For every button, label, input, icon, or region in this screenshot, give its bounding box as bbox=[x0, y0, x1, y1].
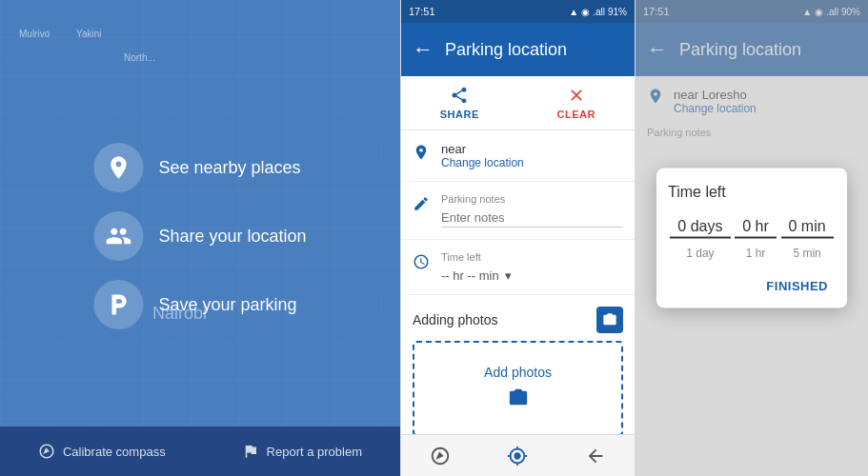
nav-compass-icon bbox=[430, 446, 451, 466]
hours-label: 1 hr bbox=[746, 247, 766, 260]
report-label: Report a problem bbox=[267, 445, 362, 459]
share-button-panel2[interactable]: SHARE bbox=[401, 76, 518, 129]
time-placeholder: -- hr -- min bbox=[441, 268, 499, 283]
change-location-link[interactable]: Change location bbox=[441, 156, 623, 169]
compass-icon bbox=[38, 443, 55, 460]
time-selector[interactable]: -- hr -- min ▾ bbox=[441, 268, 623, 283]
map-label-mulrivo: Mulrivo bbox=[19, 29, 50, 39]
status-bar-panel2: 17:51 ▲ ◉ .all 91% bbox=[401, 0, 635, 23]
status-time-panel2: 17:51 bbox=[409, 6, 435, 17]
panel2-title: Parking location bbox=[445, 40, 567, 60]
status-icons-panel2: ▲ ◉ .all 91% bbox=[569, 7, 627, 17]
panel2-bottom-nav bbox=[401, 434, 635, 476]
add-photos-label: Add photos bbox=[484, 365, 552, 380]
days-value[interactable]: 0 days bbox=[670, 216, 730, 239]
time-form-row: Time left -- hr -- min ▾ bbox=[401, 240, 635, 295]
clear-label: CLEAR bbox=[557, 109, 595, 120]
time-left-dialog: Time left 0 days 1 day 0 hr 1 hr 0 min 5… bbox=[656, 169, 847, 308]
share-person-icon bbox=[105, 223, 131, 249]
clear-x-icon bbox=[567, 86, 586, 105]
location-form-row: near Change location bbox=[401, 130, 635, 182]
report-problem-btn[interactable]: Report a problem bbox=[242, 443, 362, 460]
notes-content: Parking notes bbox=[441, 193, 623, 228]
map-actions-container: See nearby places Share your location Sa… bbox=[93, 143, 306, 329]
panel2-content: near Change location Parking notes bbox=[401, 130, 635, 434]
nearby-places-action[interactable]: See nearby places bbox=[93, 143, 300, 192]
map-label-yakini: Yakini bbox=[76, 29, 102, 39]
nav-location-btn[interactable] bbox=[498, 437, 536, 475]
minutes-label: 5 min bbox=[793, 247, 820, 260]
finished-button[interactable]: FINISHED bbox=[758, 275, 836, 297]
time-dialog-panel: 17:51 ▲ ◉ .all 90% ← Parking location ne… bbox=[635, 0, 868, 476]
clear-button-panel2[interactable]: CLEAR bbox=[518, 76, 636, 129]
time-dialog-title: Time left bbox=[668, 184, 836, 201]
camera-icon bbox=[602, 312, 617, 327]
map-panel: Mulrivo Yakini North... Nairobi See near… bbox=[0, 0, 400, 476]
nav-compass-btn[interactable] bbox=[421, 437, 459, 475]
days-label: 1 day bbox=[686, 247, 714, 260]
nav-location-icon bbox=[507, 446, 528, 466]
map-bottom-bar: Calibrate compass Report a problem bbox=[0, 426, 400, 476]
hours-picker-col: 0 hr 1 hr bbox=[735, 216, 777, 260]
pin-icon bbox=[413, 144, 430, 161]
chevron-down-icon: ▾ bbox=[505, 268, 512, 283]
camera-button[interactable] bbox=[596, 307, 623, 333]
nav-back-icon bbox=[585, 446, 606, 466]
camera-add-icon bbox=[508, 387, 529, 408]
notes-icon bbox=[413, 195, 432, 216]
minutes-picker-col: 0 min 5 min bbox=[781, 216, 834, 260]
parking-p-icon bbox=[105, 291, 131, 318]
calibrate-compass-btn[interactable]: Calibrate compass bbox=[38, 443, 166, 460]
minutes-value[interactable]: 0 min bbox=[781, 216, 834, 239]
time-label: Time left bbox=[441, 251, 623, 263]
clock-icon bbox=[413, 253, 430, 270]
location-text: near bbox=[441, 142, 623, 156]
location-icon bbox=[413, 144, 432, 165]
calibrate-label: Calibrate compass bbox=[63, 445, 166, 459]
panel2-header: ← Parking location bbox=[401, 23, 635, 76]
location-content: near Change location bbox=[441, 142, 623, 169]
notes-pencil-icon bbox=[413, 195, 430, 212]
save-parking-action[interactable]: Save your parking bbox=[93, 280, 296, 329]
nav-back-btn[interactable] bbox=[576, 437, 615, 475]
flag-icon bbox=[242, 443, 259, 460]
notes-label: Parking notes bbox=[441, 193, 623, 205]
photos-section: Adding photos Add photos bbox=[401, 295, 635, 434]
notes-form-row: Parking notes bbox=[401, 182, 635, 240]
time-dialog-footer: FINISHED bbox=[668, 275, 836, 297]
nearby-places-label: See nearby places bbox=[158, 158, 300, 178]
panel2-actions-row: SHARE CLEAR bbox=[401, 76, 635, 130]
back-button-panel2[interactable]: ← bbox=[413, 39, 434, 60]
location-pin-icon bbox=[105, 154, 131, 181]
parking-icon-circle bbox=[93, 280, 143, 329]
parking-form-panel: 17:51 ▲ ◉ .all 91% ← Parking location SH… bbox=[400, 0, 635, 476]
save-parking-label: Save your parking bbox=[158, 295, 296, 315]
nearby-icon-circle bbox=[93, 143, 143, 192]
photos-title: Adding photos bbox=[413, 312, 498, 327]
time-pickers-row: 0 days 1 day 0 hr 1 hr 0 min 5 min bbox=[668, 216, 836, 260]
share-icon bbox=[450, 86, 469, 105]
time-content: Time left -- hr -- min ▾ bbox=[441, 251, 623, 283]
map-label-north: North... bbox=[124, 52, 155, 63]
share-label: SHARE bbox=[440, 109, 479, 120]
add-photo-icon bbox=[508, 387, 529, 412]
photo-drop-zone[interactable]: Add photos bbox=[413, 341, 623, 434]
photos-header: Adding photos bbox=[413, 307, 623, 333]
time-icon bbox=[413, 253, 432, 274]
hours-value[interactable]: 0 hr bbox=[735, 216, 777, 239]
share-icon-circle bbox=[93, 211, 143, 261]
share-location-action[interactable]: Share your location bbox=[93, 211, 306, 261]
days-picker-col: 0 days 1 day bbox=[670, 216, 730, 260]
share-location-label: Share your location bbox=[158, 227, 306, 247]
notes-input[interactable] bbox=[441, 208, 623, 228]
